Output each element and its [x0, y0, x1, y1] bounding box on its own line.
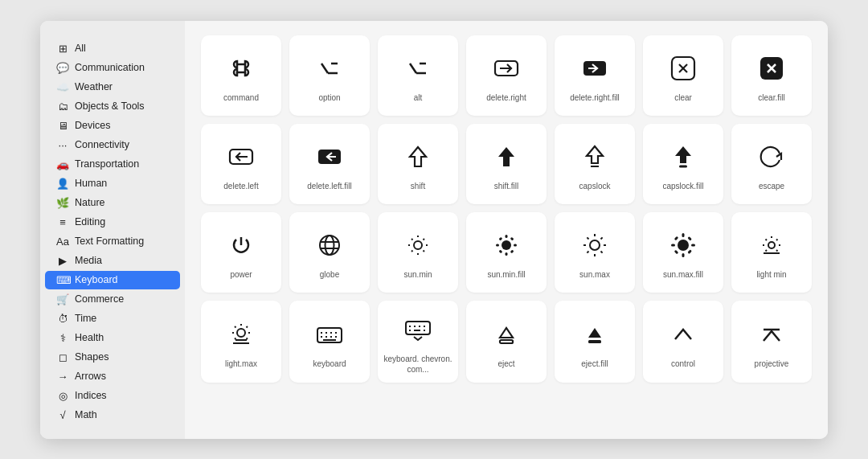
communication-icon: 💬 — [56, 62, 69, 74]
eject-label: eject — [497, 359, 514, 369]
sun-max-symbol — [580, 227, 609, 263]
delete-right-fill-symbol — [580, 51, 609, 86]
icon-cell-delete-left-fill[interactable]: delete.left.fill — [289, 124, 370, 204]
icon-cell-escape[interactable]: escape — [731, 124, 812, 204]
connectivity-icon: ··· — [56, 139, 69, 151]
sidebar-item-label: Human — [75, 178, 107, 189]
svg-rect-51 — [682, 233, 685, 237]
sun-min-label: sun.min — [403, 269, 432, 280]
globe-symbol — [315, 227, 344, 263]
svg-line-30 — [411, 251, 413, 252]
icon-cell-sun-min[interactable]: sun.min — [378, 212, 458, 293]
icon-cell-capslock[interactable]: capslock — [555, 124, 635, 204]
svg-line-29 — [424, 239, 425, 240]
icon-cell-globe[interactable]: globe — [289, 212, 370, 293]
icon-cell-sun-min-fill[interactable]: sun.min.fill — [466, 212, 547, 293]
sidebar-item-media[interactable]: ▶Media — [45, 252, 180, 270]
text-formatting-icon: Aa — [56, 236, 69, 248]
svg-line-74 — [247, 326, 248, 328]
icon-cell-sun-max[interactable]: sun.max — [555, 212, 635, 293]
sun-max-fill-label: sun.max.fill — [663, 269, 703, 280]
power-label: power — [230, 269, 252, 280]
sidebar-item-editing[interactable]: ≡Editing — [45, 213, 180, 232]
icon-cell-projective[interactable]: projective — [731, 301, 812, 383]
sidebar-item-text-formatting[interactable]: AaText Formatting — [45, 232, 180, 251]
icon-cell-command[interactable]: command — [201, 35, 281, 116]
icon-cell-power[interactable]: power — [201, 212, 281, 293]
svg-point-50 — [678, 240, 689, 251]
sidebar-item-label: Transportation — [75, 158, 139, 170]
sidebar-item-label: Shapes — [75, 351, 108, 363]
icon-cell-shift-fill[interactable]: shift.fill — [466, 124, 547, 204]
light-min-symbol — [757, 227, 786, 263]
sidebar-item-transportation[interactable]: 🚗Transportation — [45, 155, 180, 174]
icon-cell-delete-left[interactable]: delete.left — [201, 124, 281, 204]
shift-fill-symbol — [492, 139, 521, 174]
media-icon: ▶ — [56, 255, 69, 267]
sidebar-item-arrows[interactable]: →Arrows — [45, 367, 180, 386]
icon-cell-delete-right-fill[interactable]: delete.right.fill — [555, 35, 635, 116]
svg-rect-35 — [496, 244, 499, 247]
icon-cell-sun-max-fill[interactable]: sun.max.fill — [643, 212, 723, 293]
svg-rect-39 — [498, 249, 502, 253]
icon-cell-delete-right[interactable]: delete.right — [466, 35, 547, 116]
icon-cell-alt[interactable]: alt — [378, 35, 458, 116]
arrows-icon: → — [56, 371, 69, 383]
commerce-icon: 🛒 — [56, 293, 69, 305]
all-icon: ⊞ — [56, 43, 69, 55]
icon-cell-shift[interactable]: shift — [378, 124, 458, 204]
svg-line-3 — [410, 64, 416, 73]
svg-rect-54 — [691, 244, 695, 247]
eject-symbol — [492, 317, 521, 352]
sun-min-fill-label: sun.min.fill — [487, 269, 525, 280]
svg-rect-33 — [506, 235, 508, 238]
svg-point-23 — [414, 241, 422, 249]
sidebar-item-keyboard[interactable]: ⌨Keyboard — [45, 271, 180, 289]
sidebar-item-all[interactable]: ⊞All — [45, 39, 180, 58]
sidebar-item-label: Connectivity — [75, 139, 129, 150]
alt-symbol — [403, 51, 432, 86]
sidebar-item-commerce[interactable]: 🛒Commerce — [45, 290, 180, 309]
eject-fill-symbol — [580, 317, 609, 352]
editing-icon: ≡ — [56, 216, 69, 228]
svg-rect-97 — [500, 340, 513, 343]
icon-cell-light-min[interactable]: light min — [731, 212, 812, 293]
sidebar-item-weather[interactable]: ☁️Weather — [45, 78, 180, 96]
sidebar-item-shapes[interactable]: ◻Shapes — [45, 348, 180, 367]
delete-right-label: delete.right — [486, 92, 526, 103]
keyboard-chevron-symbol — [403, 312, 432, 347]
icon-cell-capslock-fill[interactable]: capslock.fill — [643, 124, 723, 204]
sidebar-item-nature[interactable]: 🌿Nature — [45, 194, 180, 212]
icon-cell-eject-fill[interactable]: eject.fill — [555, 301, 635, 383]
projective-symbol — [757, 317, 786, 352]
icon-cell-option[interactable]: option — [289, 35, 370, 116]
delete-right-symbol — [492, 51, 521, 86]
sidebar-item-math[interactable]: √Math — [45, 406, 180, 424]
svg-line-75 — [235, 338, 236, 340]
svg-point-32 — [502, 240, 511, 250]
sidebar-item-indices[interactable]: ◎Indices — [45, 387, 180, 405]
sidebar-item-health[interactable]: ⚕Health — [45, 329, 180, 347]
sidebar-item-objects-tools[interactable]: 🗂Objects & Tools — [45, 97, 180, 116]
sidebar-item-communication[interactable]: 💬Communication — [45, 59, 180, 77]
nature-icon: 🌿 — [56, 197, 69, 209]
icon-cell-eject[interactable]: eject — [466, 301, 547, 383]
icon-cell-keyboard-chevron[interactable]: keyboard. chevron.com... — [378, 301, 458, 383]
icon-cell-light-max[interactable]: light.max — [201, 301, 281, 383]
app-window: ⊞All💬Communication☁️Weather🗂Objects & To… — [40, 21, 828, 439]
svg-point-41 — [590, 240, 600, 250]
svg-point-69 — [237, 329, 245, 337]
svg-line-73 — [235, 326, 236, 328]
icon-cell-clear-fill[interactable]: clear.fill — [731, 35, 812, 116]
icon-cell-clear[interactable]: clear — [643, 35, 723, 116]
icon-cell-keyboard[interactable]: keyboard — [289, 301, 370, 383]
icon-cell-control[interactable]: control — [643, 301, 723, 383]
sidebar-item-connectivity[interactable]: ···Connectivity — [45, 136, 180, 154]
sidebar-item-human[interactable]: 👤Human — [45, 174, 180, 193]
sidebar-item-time[interactable]: ⏱Time — [45, 309, 180, 328]
transportation-icon: 🚗 — [56, 158, 69, 170]
clear-fill-symbol — [757, 51, 786, 86]
eject-fill-label: eject.fill — [581, 359, 608, 369]
sidebar-item-devices[interactable]: 🖥Devices — [45, 117, 180, 135]
sidebar-item-label: All — [75, 43, 86, 54]
